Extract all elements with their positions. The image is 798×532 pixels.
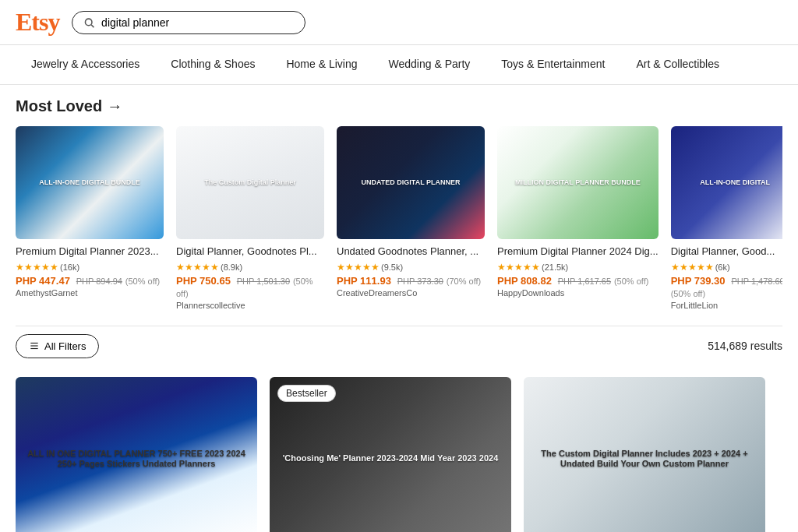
product-stars: ★★★★★ (9.5k) <box>337 262 485 273</box>
review-count: (8.9k) <box>221 262 242 272</box>
bottom-product-image: Bestseller 'Choosing Me' Planner 2023-20… <box>270 377 511 532</box>
etsy-logo[interactable]: Etsy <box>16 8 59 37</box>
nav-item-clothing---shoes[interactable]: Clothing & Shoes <box>155 53 270 76</box>
price-discount: (50% off) <box>125 277 160 286</box>
price-current: PHP 808.82 <box>497 275 552 287</box>
price-original: PHP 373.30 <box>397 277 443 286</box>
product-image: The Custom Digital Planner <box>176 126 324 239</box>
nav-item-art---collectibles[interactable]: Art & Collectibles <box>620 53 735 76</box>
main-content: Most Loved → ALL-IN-ONE DIGITAL BUNDLE P… <box>0 85 798 532</box>
bottom-product-image: The Custom Digital Planner Includes 2023… <box>524 377 765 532</box>
search-bar <box>72 11 305 34</box>
star-rating: ★★★★★ <box>671 262 714 273</box>
product-image: MILLION DIGITAL PLANNER BUNDLE <box>497 126 659 239</box>
results-count: 514,689 results <box>708 340 782 352</box>
price-discount: (50% off) <box>671 289 705 298</box>
most-loved-heading: Most Loved → <box>16 97 782 115</box>
most-loved-card[interactable]: ALL-IN-ONE DIGITAL Digital Planner, Good… <box>671 126 782 310</box>
all-filters-button[interactable]: All Filters <box>16 334 99 358</box>
price-original: PHP 1,501.30 <box>237 277 290 286</box>
seller-name: HappyDownloads <box>497 288 659 298</box>
nav-item-home---living[interactable]: Home & Living <box>270 53 373 76</box>
product-pricing: PHP 447.47 PHP 894.94 (50% off) <box>16 274 164 287</box>
price-original: PHP 1,617.65 <box>558 277 611 286</box>
header: Etsy <box>0 0 798 45</box>
product-title: Premium Digital Planner 2024 Dig... <box>497 245 659 259</box>
bottom-product-card[interactable]: The Custom Digital Planner Includes 2023… <box>524 377 765 532</box>
nav-item-jewelry---accessories[interactable]: Jewelry & Accessories <box>16 53 155 76</box>
product-pricing: PHP 739.30 PHP 1,478.60 (50% off) <box>671 274 782 299</box>
product-title: Digital Planner, Good... <box>671 245 782 259</box>
price-original: PHP 894.94 <box>76 277 122 286</box>
search-input[interactable] <box>101 16 294 29</box>
bottom-product-image: ALL IN ONE DIGITAL PLANNER 750+ FREE 202… <box>16 377 257 532</box>
price-current: PHP 111.93 <box>337 275 391 287</box>
nav-item-toys---entertainment[interactable]: Toys & Entertainment <box>486 53 620 76</box>
product-pricing: PHP 111.93 PHP 373.30 (70% off) <box>337 274 485 287</box>
search-icon <box>83 16 95 29</box>
price-original: PHP 1,478.60 <box>731 277 782 286</box>
product-stars: ★★★★★ (8.9k) <box>176 262 324 273</box>
seller-name: ForLittleLion <box>671 301 782 310</box>
review-count: (16k) <box>60 262 79 272</box>
price-discount: (70% off) <box>447 277 481 286</box>
most-loved-card[interactable]: MILLION DIGITAL PLANNER BUNDLE Premium D… <box>497 126 659 310</box>
most-loved-grid: ALL-IN-ONE DIGITAL BUNDLE Premium Digita… <box>16 126 782 310</box>
filter-button-label: All Filters <box>44 340 86 352</box>
seller-name: Plannerscollective <box>176 301 324 310</box>
review-count: (21.5k) <box>542 262 568 272</box>
svg-point-0 <box>86 19 93 26</box>
svg-line-1 <box>92 24 94 26</box>
price-current: PHP 750.65 <box>176 275 231 287</box>
product-title: Digital Planner, Goodnotes Pl... <box>176 245 324 259</box>
product-pricing: PHP 750.65 PHP 1,501.30 (50% off) <box>176 274 324 299</box>
review-count: (6k) <box>715 262 730 272</box>
most-loved-title: Most Loved <box>16 97 102 115</box>
most-loved-card[interactable]: ALL-IN-ONE DIGITAL BUNDLE Premium Digita… <box>16 126 164 310</box>
star-rating: ★★★★★ <box>497 262 540 273</box>
product-image: UNDATED DIGITAL PLANNER <box>337 126 485 239</box>
price-current: PHP 739.30 <box>671 275 726 287</box>
bottom-product-card[interactable]: Bestseller 'Choosing Me' Planner 2023-20… <box>270 377 511 532</box>
product-image: ALL-IN-ONE DIGITAL <box>671 126 782 239</box>
star-rating: ★★★★★ <box>337 262 380 273</box>
product-image: ALL-IN-ONE DIGITAL BUNDLE <box>16 126 164 239</box>
star-rating: ★★★★★ <box>176 262 219 273</box>
product-stars: ★★★★★ (21.5k) <box>497 262 659 273</box>
most-loved-card[interactable]: UNDATED DIGITAL PLANNER Undated Goodnote… <box>337 126 485 310</box>
nav: Jewelry & AccessoriesClothing & ShoesHom… <box>0 45 798 85</box>
review-count: (9.5k) <box>381 262 403 272</box>
seller-name: CreativeDreamersCo <box>337 288 485 298</box>
product-stars: ★★★★★ (16k) <box>16 262 164 273</box>
bottom-product-card[interactable]: ALL IN ONE DIGITAL PLANNER 750+ FREE 202… <box>16 377 257 532</box>
product-stars: ★★★★★ (6k) <box>671 262 782 273</box>
most-loved-arrow[interactable]: → <box>107 97 122 115</box>
bottom-product-grid: ALL IN ONE DIGITAL PLANNER 750+ FREE 202… <box>16 377 782 532</box>
product-title: Undated Goodnotes Planner, ... <box>337 245 485 259</box>
seller-name: AmethystGarnet <box>16 288 164 298</box>
filter-bar: All Filters 514,689 results <box>16 326 782 366</box>
price-discount: (50% off) <box>614 277 648 286</box>
price-current: PHP 447.47 <box>16 275 70 287</box>
most-loved-card[interactable]: The Custom Digital Planner Digital Plann… <box>176 126 324 310</box>
nav-item-wedding---party[interactable]: Wedding & Party <box>373 53 486 76</box>
filter-icon <box>29 340 40 351</box>
star-rating: ★★★★★ <box>16 262 58 273</box>
product-title: Premium Digital Planner 2023... <box>16 245 164 259</box>
product-pricing: PHP 808.82 PHP 1,617.65 (50% off) <box>497 274 659 287</box>
